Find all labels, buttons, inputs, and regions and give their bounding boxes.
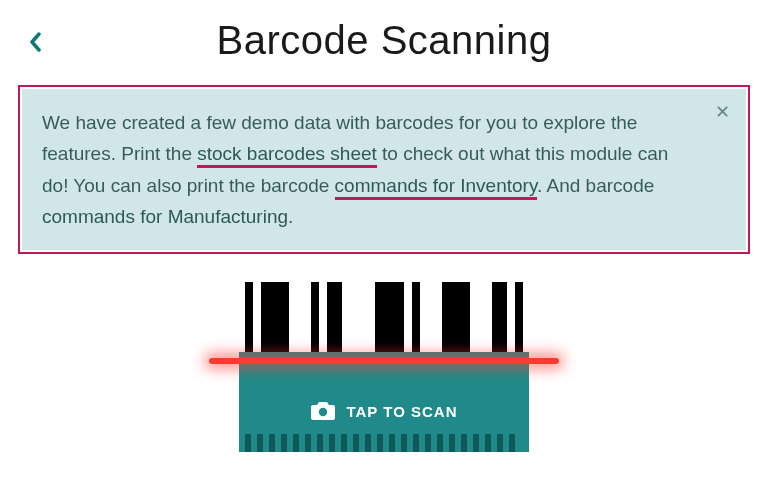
info-banner-highlight: ✕ We have created a few demo data with b… <box>18 85 750 254</box>
info-text-part: . And barcode <box>537 175 654 196</box>
scan-label-text: TAP TO SCAN <box>346 403 457 420</box>
barcode-icon <box>239 282 529 357</box>
scan-line-icon <box>209 358 559 364</box>
stock-barcodes-sheet-link[interactable]: stock barcodes sheet <box>197 143 377 168</box>
page-title: Barcode Scanning <box>20 18 748 63</box>
back-button[interactable] <box>28 32 42 52</box>
commands-manufacturing-link[interactable]: commands for Manufacturing <box>42 206 288 227</box>
close-icon[interactable]: ✕ <box>715 103 730 121</box>
svg-point-0 <box>319 408 327 416</box>
scan-body: TAP TO SCAN <box>239 352 529 452</box>
commands-inventory-link[interactable]: commands for Inventory <box>335 175 537 200</box>
camera-icon <box>310 400 336 422</box>
info-text-part: . <box>288 206 293 227</box>
info-banner: ✕ We have created a few demo data with b… <box>22 89 746 250</box>
tap-to-scan-button[interactable]: TAP TO SCAN <box>239 282 529 452</box>
